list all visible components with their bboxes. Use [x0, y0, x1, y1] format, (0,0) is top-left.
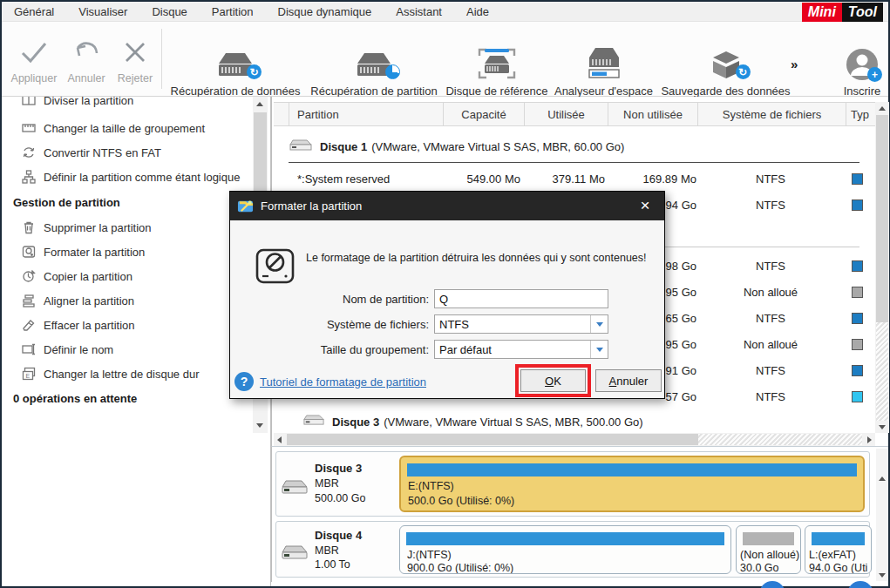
menu-partition[interactable]: Partition [200, 5, 266, 18]
menu-disque[interactable]: Disque [139, 5, 199, 18]
disk-3d-icon [282, 545, 308, 563]
sidebar-header-pending-operations: 0 opérations en attente [13, 386, 137, 410]
floating-action-button[interactable] [759, 581, 785, 588]
chevron-down-icon[interactable] [590, 341, 608, 358]
copy-partition-icon [21, 268, 37, 284]
diskmap-vscrollbar[interactable] [876, 449, 888, 581]
logo-tool: Tool [842, 3, 883, 22]
sidebar-item-change-cluster-size[interactable]: Changer la taille de groupement [2, 116, 250, 140]
menu-assistant[interactable]: Assistant [384, 5, 454, 18]
col-partition[interactable]: Partition [289, 103, 444, 125]
chevron-down-icon[interactable] [590, 315, 608, 333]
register-button[interactable]: + Inscrire [837, 30, 887, 98]
cluster-size-select[interactable]: Par défaut [434, 340, 608, 359]
check-icon [9, 32, 59, 72]
table-vscrollbar[interactable] [875, 102, 889, 433]
disk4-partition-unallocated[interactable]: (Non alloué) 30.0 Go [736, 525, 801, 574]
disk4-style: MBR [315, 544, 339, 557]
data-backup-button[interactable]: ↻ Sauvegarde des données [658, 30, 793, 98]
format-tutorial-link[interactable]: Tutoriel de formatage de partition [260, 375, 426, 389]
disk3-group-row[interactable]: Disque 3 (VMware, VMware Virtual S SAS, … [303, 409, 643, 434]
menu-bar: Général Visualiser Disque Partition Disq… [2, 2, 888, 22]
data-recovery-button[interactable]: ↻ Récupération de données [172, 30, 299, 98]
disk-brackets-icon [477, 30, 517, 81]
sidebar-item-wipe-partition[interactable]: Effacer la partition [2, 313, 250, 337]
scroll-up-icon[interactable] [879, 106, 886, 111]
vscroll-track[interactable] [876, 322, 888, 421]
vscroll-thumb[interactable] [876, 115, 888, 322]
sidebar-item-change-drive-letter[interactable]: E Changer la lettre de disque dur [2, 362, 250, 386]
hscroll-track[interactable] [698, 434, 862, 445]
hscroll-thumb[interactable] [287, 434, 698, 445]
space-analyzer-button[interactable]: Analyseur d'espace [554, 30, 653, 98]
fs-type-swatch [852, 287, 863, 298]
col-filesystem[interactable]: Système de fichiers [698, 103, 846, 125]
cross-icon [110, 32, 160, 72]
format-partition-dialog: Formater la partition × Le formatage de … [229, 191, 665, 399]
fs-type-swatch [852, 339, 863, 350]
refresh-badge-icon: ↻ [736, 64, 751, 79]
user-icon: + [846, 30, 879, 81]
undo-button[interactable]: Annuler [61, 32, 112, 84]
col-unused[interactable]: Non utilisée [608, 103, 698, 125]
warning-text: Le formatage de la partition détruira le… [306, 252, 647, 264]
scroll-down-icon[interactable] [879, 425, 886, 429]
logical-partition-icon [21, 169, 37, 185]
reference-disk-button[interactable]: Disque de référence [445, 30, 549, 98]
label-file-system: Système de fichiers: [233, 318, 429, 331]
disk3-partition-e[interactable]: E:(NTFS) 500.0 Go (Utilisé: 0%) [399, 456, 865, 512]
disk1-group-row[interactable]: Disque 1 (VMware, VMware Virtual S SAS, … [289, 131, 624, 162]
menu-aide[interactable]: Aide [454, 5, 501, 18]
sidebar-item-delete-partition[interactable]: Supprimer la partition [2, 215, 250, 240]
fs-type-swatch [852, 173, 863, 185]
scroll-up-icon[interactable] [879, 476, 886, 481]
fs-type-swatch [852, 391, 863, 402]
sidebar-item-convert-ntfs-fat[interactable]: Convertir NTFS en FAT [2, 140, 250, 165]
ok-button[interactable]: OK [520, 369, 586, 392]
fs-type-swatch [852, 260, 863, 272]
floating-action-button[interactable] [847, 581, 873, 588]
col-icon[interactable] [274, 103, 289, 125]
discard-button[interactable]: Rejeter [110, 32, 160, 84]
warning-disk-icon [255, 247, 296, 288]
sidebar-item-set-label[interactable]: Définir le nom [2, 337, 250, 362]
sidebar-header-partition-management: Gestion de partition [13, 190, 120, 214]
disk3-map-card: Disque 3 MBR 500.00 Go E:(NTFS) 500.0 Go… [275, 451, 870, 517]
table-hscrollbar[interactable] [274, 433, 875, 446]
partition-recovery-button[interactable]: Récupération de partition [309, 30, 439, 98]
scroll-right-icon[interactable] [867, 436, 872, 443]
toolbar-overflow-chevron[interactable]: » [791, 57, 798, 71]
cancel-button[interactable]: Annuler [595, 369, 662, 392]
sidebar-item-format-partition[interactable]: Formater la partition [2, 240, 250, 264]
scroll-down-icon[interactable] [879, 573, 886, 578]
fs-bar [812, 532, 865, 545]
help-icon[interactable]: ? [234, 372, 254, 391]
sidebar-item-align-partition[interactable]: Aligner la partition [2, 288, 250, 313]
sidebar-item-split-partition[interactable]: Diviser la partition [2, 97, 250, 112]
scroll-up-icon[interactable] [256, 102, 263, 106]
col-capacity[interactable]: Capacité [444, 103, 525, 125]
dialog-title-bar[interactable]: Formater la partition × [230, 192, 664, 220]
partition-name-input[interactable] [434, 289, 608, 308]
disk-analyzer-icon [584, 30, 624, 81]
scroll-down-icon[interactable] [256, 423, 263, 428]
label-cluster-size: Taille du groupement: [233, 343, 429, 356]
convert-icon [21, 145, 37, 160]
file-system-select[interactable]: NTFS [434, 314, 608, 334]
close-icon[interactable]: × [635, 195, 656, 216]
menu-disque-dynamique[interactable]: Disque dynamique [266, 5, 384, 18]
sidebar-item-set-logical[interactable]: Définir la partition comme étant logique [2, 165, 250, 189]
menu-visualiser[interactable]: Visualiser [66, 5, 139, 18]
disk4-partition-l[interactable]: L:(exFAT) 94.0 Go (Uti [805, 525, 872, 574]
menu-general[interactable]: Général [2, 5, 66, 18]
disk-map-panel: Disque 3 MBR 500.00 Go E:(NTFS) 500.0 Go… [271, 446, 888, 582]
col-used[interactable]: Utilisée [525, 103, 608, 125]
sidebar-item-copy-partition[interactable]: Copier la partition [2, 264, 250, 288]
apply-button[interactable]: Appliquer [9, 32, 59, 84]
disk4-partition-j[interactable]: J:(NTFS) 900.0 Go (Utilisé: 0%) [399, 525, 731, 574]
col-type[interactable]: Typ [846, 103, 875, 125]
cluster-size-icon [21, 120, 37, 136]
scroll-left-icon[interactable] [277, 436, 282, 443]
disk4-name: Disque 4 [315, 529, 362, 542]
plus-badge-icon: + [867, 67, 882, 82]
